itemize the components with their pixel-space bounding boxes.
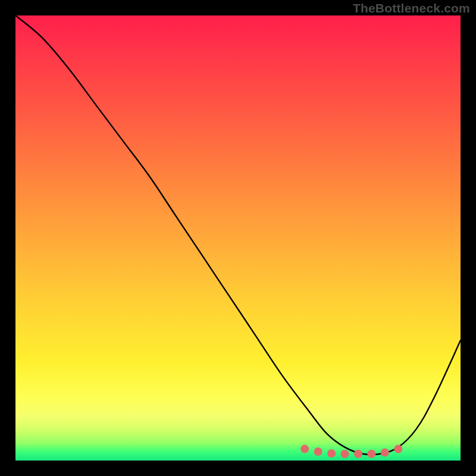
marker-dot (314, 447, 322, 456)
chart-svg (15, 15, 461, 461)
marker-dot (367, 450, 375, 458)
marker-dot (300, 445, 309, 453)
marker-dot (394, 445, 402, 453)
marker-dot (341, 450, 349, 458)
plot-area (15, 15, 461, 461)
marker-dot (354, 450, 362, 458)
bottleneck-curve (15, 15, 461, 455)
watermark-label: TheBottleneck.com (353, 1, 470, 15)
marker-dot (381, 449, 389, 457)
optimal-range-markers (300, 445, 402, 458)
marker-dot (327, 449, 336, 458)
chart-frame: TheBottleneck.com (0, 0, 476, 476)
